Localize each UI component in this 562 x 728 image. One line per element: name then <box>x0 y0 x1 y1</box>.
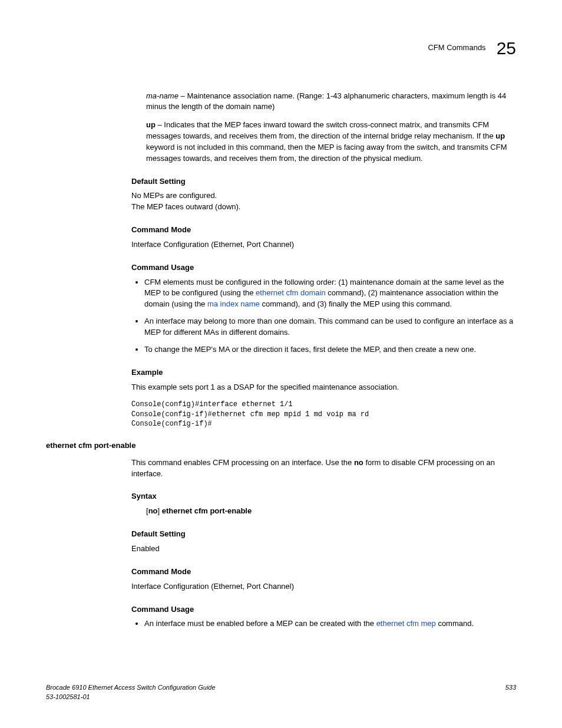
desc-1: This command enables CFM processing on a… <box>131 458 354 467</box>
up-bold-2: up <box>495 131 505 140</box>
usage-list-2: An interface must be enabled before a ME… <box>131 618 516 630</box>
link-ethernet-cfm-mep[interactable]: ethernet cfm mep <box>376 619 436 628</box>
up-text-2: keyword is not included in this command,… <box>146 143 507 163</box>
page-footer: Brocade 6910 Ethernet Access Switch Conf… <box>46 683 516 702</box>
param-up: up – Indicates that the MEP faces inward… <box>146 120 516 164</box>
default-text-2: Enabled <box>131 543 516 555</box>
header-title: CFM Commands <box>428 42 485 54</box>
syntax-cmd: ethernet cfm port-enable <box>162 506 252 515</box>
command-mode-text-2: Interface Configuration (Ethernet, Port … <box>131 581 516 592</box>
example-head: Example <box>131 367 516 378</box>
syntax-no: no <box>148 506 158 515</box>
command-usage-head-2: Command Usage <box>131 604 516 615</box>
command-name-heading: ethernet cfm port-enable <box>46 440 516 452</box>
default-setting-head-1: Default Setting <box>131 176 516 187</box>
command-mode-head-1: Command Mode <box>131 225 516 236</box>
param-name-italic: ma-name <box>146 91 178 100</box>
link-ma-index-name[interactable]: ma index name <box>207 299 260 308</box>
page-header: CFM Commands 25 <box>46 35 516 61</box>
desc-no-bold: no <box>354 458 363 467</box>
example-text: This example sets port 1 as a DSAP for t… <box>131 382 516 393</box>
footer-pagenum: 533 <box>505 683 516 702</box>
list-item: An interface may belong to more than one… <box>144 316 516 338</box>
command-usage-head-1: Command Usage <box>131 262 516 274</box>
command-mode-text-1: Interface Configuration (Ethernet, Port … <box>131 239 516 251</box>
footer-guide-title: Brocade 6910 Ethernet Access Switch Conf… <box>46 683 216 693</box>
list-item: To change the MEP's MA or the direction … <box>144 344 516 355</box>
link-ethernet-cfm-domain[interactable]: ethernet cfm domain <box>256 288 326 297</box>
list-item: An interface must be enabled before a ME… <box>144 618 516 630</box>
usage2-a: An interface must be enabled before a ME… <box>144 619 376 628</box>
command-mode-head-2: Command Mode <box>131 566 516 578</box>
usage-list-1: CFM elements must be configured in the f… <box>131 277 516 355</box>
default-setting-head-2: Default Setting <box>131 529 516 540</box>
example-code: Console(config)#interface ethernet 1/1 C… <box>131 400 516 429</box>
usage2-b: command. <box>436 619 474 628</box>
up-text-1: – Indicates that the MEP faces inward to… <box>146 120 495 140</box>
syntax-head: Syntax <box>131 491 516 502</box>
list-item: CFM elements must be configured in the f… <box>144 277 516 311</box>
syntax-line: [no] ethernet cfm port-enable <box>146 506 516 517</box>
default-line2: The MEP faces outward (down). <box>131 202 516 213</box>
default-line1: No MEPs are configured. <box>131 190 516 202</box>
syntax-bracket-close: ] <box>158 506 162 515</box>
footer-docnum: 53-1002581-01 <box>46 693 216 702</box>
cmd-description: This command enables CFM processing on a… <box>131 457 516 480</box>
param-ma-name: ma-name – Maintenance association name. … <box>146 91 516 113</box>
up-bold-1: up <box>146 120 156 129</box>
usage1-c: command), and (3) finally the MEP using … <box>260 299 452 308</box>
param-ma-name-text: – Maintenance association name. (Range: … <box>146 91 506 111</box>
chapter-number: 25 <box>497 35 516 61</box>
